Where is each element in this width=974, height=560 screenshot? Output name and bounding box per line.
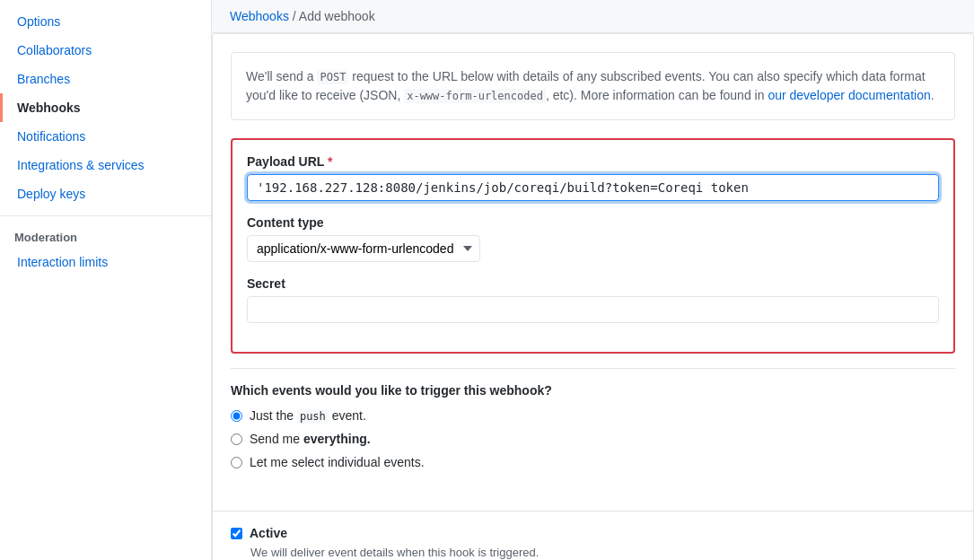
events-title: Which events would you like to trigger t… (231, 383, 955, 398)
radio-everything-label: Send me everything. (250, 432, 371, 446)
info-text-after: . (931, 88, 935, 102)
info-box: We'll send a POST request to the URL bel… (231, 52, 955, 120)
sidebar-item-notifications[interactable]: Notifications (0, 122, 211, 151)
sidebar-item-branches[interactable]: Branches (0, 65, 211, 93)
active-checkbox-row: Active (231, 526, 955, 540)
payload-url-section: Payload URL * Content type application/x… (231, 138, 955, 354)
breadcrumb: Webhooks / Add webhook (212, 0, 974, 33)
breadcrumb-separator: / (289, 9, 299, 23)
main-content: Webhooks / Add webhook We'll send a POST… (212, 0, 974, 560)
sidebar-divider (0, 215, 211, 216)
push-code: push (297, 409, 329, 424)
sidebar-item-webhooks[interactable]: Webhooks (0, 93, 211, 122)
webhook-form-container: We'll send a POST request to the URL bel… (212, 33, 974, 560)
radio-just-push-input[interactable] (231, 410, 242, 422)
payload-url-group: Payload URL * (247, 154, 939, 201)
content-type-group: Content type application/x-www-form-urle… (247, 215, 939, 262)
sidebar-item-options[interactable]: Options (0, 7, 211, 36)
secret-input[interactable] (247, 296, 939, 323)
sidebar-item-deploy-keys[interactable]: Deploy keys (0, 179, 211, 208)
radio-just-push: Just the push event. (231, 408, 955, 423)
info-method-code: POST (317, 70, 348, 84)
breadcrumb-current: Add webhook (299, 9, 375, 23)
radio-everything: Send me everything. (231, 432, 955, 446)
sidebar-item-collaborators[interactable]: Collaborators (0, 36, 211, 65)
active-checkbox[interactable] (231, 528, 242, 539)
content-type-label: Content type (247, 215, 939, 230)
info-doc-link[interactable]: our developer documentation (768, 88, 930, 102)
secret-group: Secret (247, 276, 939, 323)
info-text-mid2: , etc). More information can be found in (546, 88, 768, 102)
radio-individual: Let me select individual events. (231, 455, 955, 469)
payload-url-input[interactable] (247, 174, 939, 201)
breadcrumb-parent[interactable]: Webhooks (230, 9, 289, 23)
content-type-select[interactable]: application/x-www-form-urlencoded applic… (247, 235, 480, 262)
sidebar-item-interaction-limits[interactable]: Interaction limits (0, 248, 211, 276)
sidebar: Options Collaborators Branches Webhooks … (0, 0, 212, 560)
radio-just-push-label: Just the push event. (250, 408, 366, 423)
radio-everything-input[interactable] (231, 433, 242, 445)
active-section: Active We will deliver event details whe… (213, 511, 973, 560)
everything-bold: everything. (303, 432, 371, 446)
info-text-before: We'll send a (246, 69, 317, 83)
info-format-code: x-www-form-urlencoded (404, 89, 546, 103)
radio-individual-label: Let me select individual events. (250, 455, 425, 469)
events-section: Which events would you like to trigger t… (231, 368, 955, 493)
secret-label: Secret (247, 276, 939, 291)
active-label: Active (250, 526, 287, 540)
payload-url-label: Payload URL * (247, 154, 939, 169)
moderation-section-label: Moderation (0, 223, 211, 248)
active-desc: We will deliver event details when this … (250, 546, 955, 559)
sidebar-item-integrations[interactable]: Integrations & services (0, 151, 211, 179)
radio-individual-input[interactable] (231, 457, 242, 468)
